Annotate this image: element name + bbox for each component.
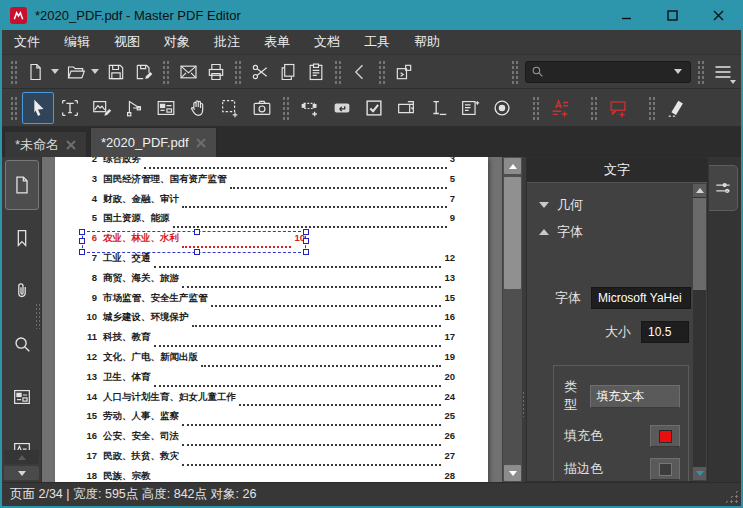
search-input[interactable] (544, 64, 673, 80)
edit-image-tool-button[interactable] (86, 92, 118, 124)
text-field-tool-button[interactable] (422, 92, 454, 124)
select-tool-button[interactable] (22, 92, 54, 124)
tab-close-icon[interactable] (66, 140, 76, 150)
form-fields-panel-button[interactable] (5, 372, 39, 422)
tab-close-icon[interactable] (196, 138, 206, 148)
cut-button[interactable] (246, 58, 274, 86)
checkbox-tool-button[interactable] (358, 92, 390, 124)
menu-item[interactable]: 帮助 (402, 30, 452, 54)
menu-item[interactable]: 视图 (102, 30, 152, 54)
sidebar-grip[interactable] (35, 303, 40, 329)
back-button[interactable] (346, 58, 374, 86)
document-tab[interactable]: *2020_PDF.pdf (90, 127, 216, 157)
toc-entry[interactable]: 5 国土资源、能源 9 (83, 212, 455, 232)
panel-toggle-tab[interactable] (709, 165, 738, 211)
listbox-tool-button[interactable] (454, 92, 486, 124)
toc-entry[interactable]: 8 商贸、海关、旅游 13 (83, 272, 455, 292)
edit-form-field-tool-button[interactable] (294, 92, 326, 124)
stroke-color-button[interactable] (650, 458, 680, 480)
menu-item[interactable]: 对象 (152, 30, 202, 54)
toolbar-grip[interactable] (511, 60, 519, 84)
form-properties-tool-button[interactable] (150, 92, 182, 124)
print-button[interactable] (202, 58, 230, 86)
close-button[interactable] (695, 0, 741, 30)
splitter-grip[interactable] (522, 391, 526, 417)
add-callout-tool-button[interactable] (602, 92, 634, 124)
open-file-button[interactable] (62, 58, 90, 86)
toc-entry[interactable]: 6 农业、林业、水利 10 (83, 232, 305, 252)
select-area-tool-button[interactable] (214, 92, 246, 124)
toc-entry[interactable]: 11 科技、教育 17 (83, 331, 455, 351)
type-select[interactable]: 填充文本 (590, 385, 681, 408)
toolbar-grip[interactable] (10, 60, 18, 84)
fill-color-button[interactable] (650, 425, 680, 447)
menu-item[interactable]: 编辑 (52, 30, 102, 54)
toc-entry[interactable]: 10 城乡建设、环境保护 16 (83, 311, 455, 331)
toc-entry[interactable]: 9 市场监管、安全生产监管 15 (83, 292, 455, 312)
save-button[interactable] (102, 58, 130, 86)
toolbar-grip[interactable] (334, 60, 342, 84)
toc-entry[interactable]: 15 劳动、人事、监察 25 (83, 410, 455, 430)
email-button[interactable] (174, 58, 202, 86)
scroll-down-button[interactable] (504, 465, 521, 481)
bookmarks-panel-button[interactable] (5, 213, 39, 263)
sidebar-scroll-up-button[interactable] (4, 450, 39, 464)
attachments-panel-button[interactable] (5, 266, 39, 316)
scrollbar-thumb[interactable] (504, 177, 521, 289)
toc-entry[interactable]: 18 民族、宗教 28 (83, 470, 455, 482)
copy-button[interactable] (274, 58, 302, 86)
menu-item[interactable]: 文件 (2, 30, 52, 54)
document-viewport[interactable]: 2 综合政务 3 3 国民经济管理、国有资产监管 5 (42, 157, 502, 482)
toolbar-grip[interactable] (10, 96, 18, 120)
section-font[interactable]: 字体 (537, 218, 691, 245)
toolbar-grip[interactable] (590, 96, 598, 120)
font-size-input[interactable]: 10.5 (641, 321, 689, 343)
signatures-panel-button[interactable] (5, 425, 39, 450)
menu-item[interactable]: 文档 (302, 30, 352, 54)
window-resize-grip[interactable] (724, 489, 739, 504)
section-geometry[interactable]: 几何 (537, 191, 691, 218)
combobox-tool-button[interactable] (390, 92, 422, 124)
toc-entry[interactable]: 2 综合政务 3 (83, 157, 455, 173)
menu-item[interactable]: 工具 (352, 30, 402, 54)
hand-tool-button[interactable] (182, 92, 214, 124)
toc-entry[interactable]: 14 人口与计划生育、妇女儿童工作 24 (83, 391, 455, 411)
push-button-tool-button[interactable] (326, 92, 358, 124)
radio-button-tool-button[interactable] (486, 92, 518, 124)
search-dropdown-icon[interactable] (674, 69, 682, 74)
minimize-button[interactable] (603, 0, 649, 30)
edit-text-tool-button[interactable] (54, 92, 86, 124)
document-tab[interactable]: *未命名 (4, 131, 87, 157)
add-text-annotation-tool-button[interactable] (544, 92, 576, 124)
panel-scrollbar[interactable] (693, 184, 706, 480)
snapshot-tool-button[interactable] (246, 92, 278, 124)
new-document-button[interactable] (22, 58, 50, 86)
menu-item[interactable]: 表单 (252, 30, 302, 54)
toolbar-grip[interactable] (378, 60, 386, 84)
toolbar-grip[interactable] (282, 96, 290, 120)
search-panel-button[interactable] (5, 319, 39, 369)
arrange-windows-button[interactable] (390, 58, 418, 86)
panel-scroll-down-button[interactable] (693, 467, 706, 480)
sidebar-scroll-down-button[interactable] (4, 466, 39, 480)
toc-entry[interactable]: 17 民政、扶贫、救灾 27 (83, 450, 455, 470)
toolbar-grip[interactable] (162, 60, 170, 84)
toolbar-grip[interactable] (697, 60, 705, 84)
more-options-button[interactable] (709, 58, 737, 86)
paste-button[interactable] (302, 58, 330, 86)
toolbar-grip[interactable] (234, 60, 242, 84)
toc-entry[interactable]: 16 公安、安全、司法 26 (83, 430, 455, 450)
menu-item[interactable]: 批注 (202, 30, 252, 54)
search-box[interactable] (525, 61, 691, 83)
save-as-button[interactable] (130, 58, 158, 86)
toc-entry[interactable]: 4 财政、金融、审计 7 (83, 193, 455, 213)
maximize-button[interactable] (649, 0, 695, 30)
document-scrollbar[interactable] (502, 157, 522, 482)
panel-scroll-up-button[interactable] (693, 184, 706, 197)
open-file-dropdown-icon[interactable] (91, 69, 99, 74)
panel-splitter[interactable] (522, 157, 526, 482)
toc-entry[interactable]: 3 国民经济管理、国有资产监管 5 (83, 173, 455, 193)
toc-entry[interactable]: 12 文化、广电、新闻出版 19 (83, 351, 455, 371)
new-document-dropdown-icon[interactable] (51, 69, 59, 74)
font-name-input[interactable]: Microsoft YaHei (591, 287, 691, 309)
